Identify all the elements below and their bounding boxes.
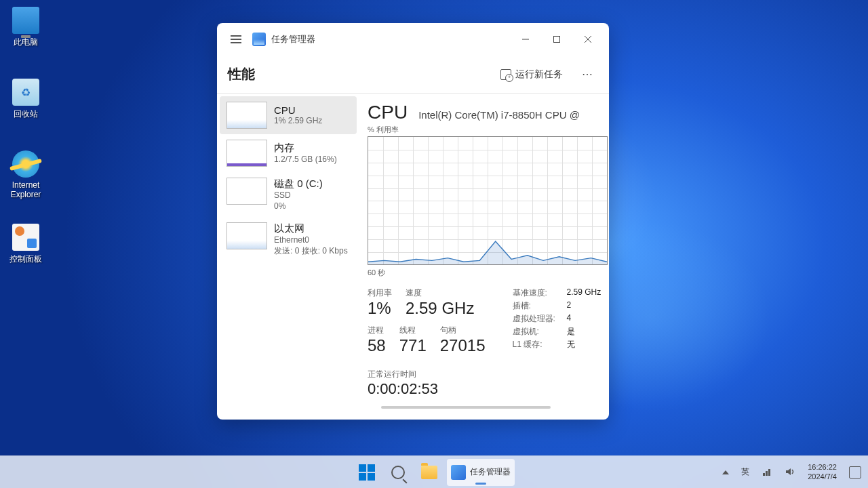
chart-xlabel: 60 秒 xyxy=(368,268,609,278)
sidebar-item-name: 磁盘 0 (C:) xyxy=(274,178,323,190)
toolbar: 性能 运行新任务 ⋯ xyxy=(217,56,609,94)
stat-value-proc: 58 xyxy=(368,336,386,355)
run-task-icon xyxy=(500,69,511,80)
main-subtitle: Intel(R) Core(TM) i7-8850H CPU @ xyxy=(418,109,580,121)
uptime-label: 正常运行时间 xyxy=(368,369,486,380)
desktop-icon-label: Internet Explorer xyxy=(0,180,52,199)
clock-date: 2024/7/4 xyxy=(808,472,837,481)
sidebar-item-detail: 1.2/7.5 GB (16%) xyxy=(274,155,337,165)
svg-rect-1 xyxy=(554,37,560,43)
sidebar-item-detail: Ethernet0 xyxy=(274,235,348,246)
clock-time: 16:26:22 xyxy=(808,463,837,472)
sidebar-item-detail: SSD xyxy=(274,190,323,201)
tab-performance[interactable]: 性能 xyxy=(228,65,255,83)
desktop-icon-control[interactable]: 控制面板 xyxy=(0,224,52,265)
file-explorer-button[interactable] xyxy=(416,459,443,486)
stat-label-speed: 速度 xyxy=(406,287,474,299)
titlebar[interactable]: 任务管理器 xyxy=(217,23,609,56)
run-new-task-button[interactable]: 运行新任务 xyxy=(494,64,570,85)
sidebar-item-name: 以太网 xyxy=(274,222,348,235)
sidebar-item-name: 内存 xyxy=(274,142,337,155)
tray-volume-icon[interactable] xyxy=(782,464,798,481)
control-panel-icon xyxy=(12,224,39,251)
memory-thumbnail xyxy=(226,140,267,167)
kv-value-socket: 2 xyxy=(567,300,572,312)
hamburger-icon xyxy=(231,35,241,43)
notification-icon xyxy=(849,466,861,479)
main-title: CPU xyxy=(368,102,408,122)
stat-value-util: 1% xyxy=(368,299,392,318)
stat-label-thread: 线程 xyxy=(399,325,427,336)
svg-rect-5 xyxy=(766,471,768,476)
network-icon xyxy=(762,466,772,477)
kv-value-base: 2.59 GHz xyxy=(567,287,601,299)
task-manager-icon xyxy=(252,33,266,46)
kv-value-vm: 是 xyxy=(567,326,575,338)
close-button[interactable] xyxy=(572,28,604,50)
kv-label-socket: 插槽: xyxy=(513,300,567,312)
desktop-icon-label: 回收站 xyxy=(0,108,52,120)
maximize-button[interactable] xyxy=(541,28,572,50)
window-title: 任务管理器 xyxy=(271,33,315,45)
sidebar-item-disk[interactable]: 磁盘 0 (C:) SSD 0% xyxy=(220,172,357,217)
stat-label-util: 利用率 xyxy=(368,287,392,299)
cpu-chart[interactable] xyxy=(368,136,608,265)
task-manager-window: 任务管理器 性能 运行新任务 ⋯ CPU 1% 2.59 GHz xyxy=(217,23,609,420)
sidebar-item-detail: 发送: 0 接收: 0 Kbps xyxy=(274,246,348,257)
system-tray: 英 16:26:22 2024/7/4 xyxy=(719,460,864,483)
sidebar: CPU 1% 2.59 GHz 内存 1.2/7.5 GB (16%) 磁盘 0… xyxy=(217,94,359,420)
minimize-button[interactable] xyxy=(510,28,541,50)
taskbar: 任务管理器 英 16:26:22 2024/7/4 xyxy=(0,455,868,488)
windows-icon xyxy=(359,464,375,481)
desktop-icon-recycle[interactable]: 回收站 xyxy=(0,79,52,120)
search-icon xyxy=(391,466,405,479)
speaker-icon xyxy=(785,466,795,477)
desktop-icon-label: 此电脑 xyxy=(0,37,52,48)
sidebar-item-detail: 1% 2.59 GHz xyxy=(274,116,322,127)
more-options-button[interactable]: ⋯ xyxy=(578,64,598,85)
kv-label-base: 基准速度: xyxy=(513,287,567,299)
language-indicator[interactable]: 英 xyxy=(738,464,752,481)
stat-value-handle: 27015 xyxy=(440,336,486,355)
sidebar-item-memory[interactable]: 内存 1.2/7.5 GB (16%) xyxy=(220,134,357,172)
hamburger-menu-button[interactable] xyxy=(222,26,250,53)
sidebar-item-detail: 0% xyxy=(274,201,323,212)
horizontal-scrollbar[interactable] xyxy=(368,406,609,411)
svg-rect-6 xyxy=(768,469,770,476)
tray-overflow-button[interactable] xyxy=(719,468,732,477)
start-button[interactable] xyxy=(353,459,380,486)
sidebar-item-ethernet[interactable]: 以太网 Ethernet0 发送: 0 接收: 0 Kbps xyxy=(220,217,357,262)
notifications-button[interactable] xyxy=(846,464,864,481)
kv-label-vcpu: 虚拟处理器: xyxy=(513,313,567,325)
ie-icon xyxy=(12,150,39,178)
stat-value-thread: 771 xyxy=(399,336,427,355)
desktop-icon-label: 控制面板 xyxy=(0,253,52,265)
task-manager-taskbar-button[interactable]: 任务管理器 xyxy=(447,459,515,486)
uptime-value: 0:00:02:53 xyxy=(368,380,486,398)
stat-value-speed: 2.59 GHz xyxy=(406,299,474,318)
chevron-up-icon xyxy=(722,470,729,474)
sidebar-item-name: CPU xyxy=(274,104,322,116)
taskbar-item-label: 任务管理器 xyxy=(470,466,511,478)
kv-value-l1: 无 xyxy=(567,339,575,350)
chart-ylabel: % 利用率 xyxy=(368,125,609,135)
desktop-icon-ie[interactable]: Internet Explorer xyxy=(0,150,52,199)
folder-icon xyxy=(421,466,437,479)
tray-network-icon[interactable] xyxy=(759,464,775,481)
ethernet-thumbnail xyxy=(226,222,267,249)
kv-value-vcpu: 4 xyxy=(567,313,572,325)
run-task-label: 运行新任务 xyxy=(515,68,563,81)
kv-label-vm: 虚拟机: xyxy=(513,326,567,338)
monitor-icon xyxy=(12,7,39,34)
recycle-icon xyxy=(12,79,39,106)
clock[interactable]: 16:26:22 2024/7/4 xyxy=(805,460,840,483)
search-button[interactable] xyxy=(384,459,412,486)
stat-label-handle: 句柄 xyxy=(440,325,486,336)
main-panel: CPU Intel(R) Core(TM) i7-8850H CPU @ % 利… xyxy=(359,94,609,420)
desktop-icon-computer[interactable]: 此电脑 xyxy=(0,7,52,48)
kv-label-l1: L1 缓存: xyxy=(513,339,567,350)
disk-thumbnail xyxy=(226,178,267,205)
stat-label-proc: 进程 xyxy=(368,325,386,336)
sidebar-item-cpu[interactable]: CPU 1% 2.59 GHz xyxy=(220,96,357,134)
cpu-thumbnail xyxy=(226,102,267,129)
